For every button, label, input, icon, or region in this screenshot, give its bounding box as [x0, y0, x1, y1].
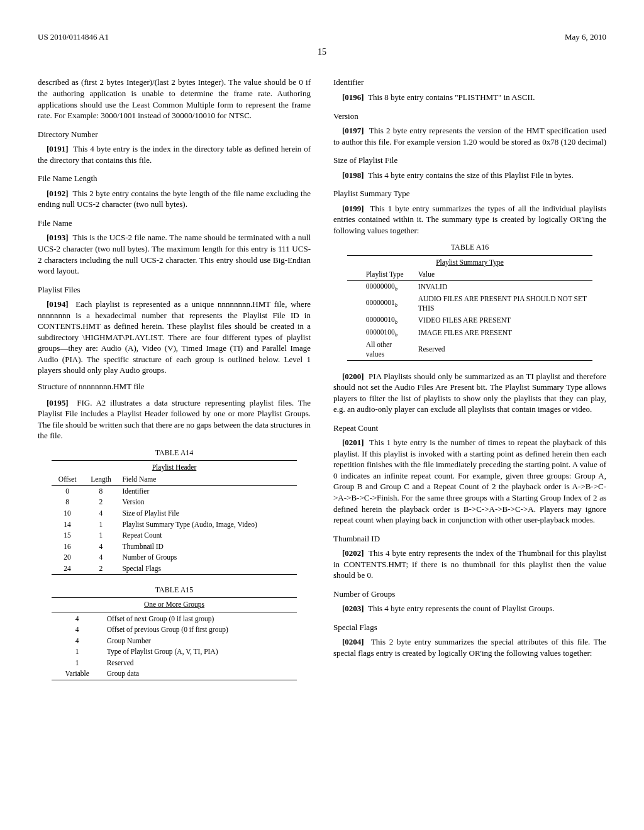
heading-identifier: Identifier [333, 77, 606, 88]
heading-file-name: File Name [38, 218, 311, 229]
table-a15-label: TABLE A15 [38, 585, 311, 595]
table-row: 1Reserved [52, 658, 297, 669]
cell: 16 [52, 541, 84, 553]
para-num-0193: [0193] [47, 233, 69, 242]
paragraph-0201: [0201] This 1 byte entry is the number o… [333, 437, 606, 525]
table-a15-body: 4Offset of next Group (0 if last group)4… [52, 614, 297, 680]
table-a14-label: TABLE A14 [38, 448, 311, 458]
heading-thumbnail-id: Thumbnail ID [333, 533, 606, 545]
cell: 0 [52, 485, 84, 497]
cell: 8 [84, 485, 119, 497]
para-text-0198: This 4 byte entry contains the size of t… [368, 170, 574, 180]
para-text-0200: PIA Playlists should only be summarized … [333, 372, 606, 414]
paragraph-0203: [0203] This 4 byte entry represents the … [333, 603, 606, 614]
heading-playlist-summary-type: Playlist Summary Type [333, 188, 606, 199]
publication-date: May 6, 2010 [565, 31, 606, 43]
cell: Size of Playlist File [118, 508, 297, 519]
para-text-0195: FIG. A2 illustrates a data structure rep… [38, 398, 311, 441]
cell: 1 [84, 519, 119, 531]
para-num-0201: [0201] [342, 438, 364, 447]
table-row: 164Thumbnail ID [52, 541, 297, 553]
paragraph-0204: [0204] This 2 byte entry summarizes the … [333, 636, 606, 658]
table-row: 104Size of Playlist File [52, 508, 297, 519]
intro-paragraph: described as (first 2 bytes Integer)/(la… [38, 77, 311, 121]
publication-number: US 2010/0114846 A1 [38, 31, 109, 43]
para-text-0204: This 2 byte entry summarizes the special… [333, 637, 606, 658]
cell: Identifier [118, 485, 297, 497]
cell: Reserved [103, 658, 297, 669]
cell: 00000010b [347, 314, 414, 327]
body-columns: described as (first 2 bytes Integer)/(la… [38, 77, 606, 690]
cell: Repeat Count [118, 530, 297, 541]
cell: Offset of previous Group (0 if first gro… [103, 624, 297, 636]
paragraph-0193: [0193] This is the UCS-2 file name. The … [38, 232, 311, 276]
para-text-0202: This 4 byte entry represents the index o… [333, 548, 606, 580]
cell: Playlist Summary Type (Audio, Image, Vid… [118, 519, 297, 531]
para-text-0193: This is the UCS-2 file name. The name sh… [38, 233, 311, 275]
cell: 00000001b [347, 294, 414, 314]
cell: 4 [84, 552, 119, 563]
heading-playlist-files: Playlist Files [38, 284, 311, 296]
table-row: 1Type of Playlist Group (A, V, TI, PIA) [52, 646, 297, 658]
table-row: 00000100bIMAGE FILES ARE PRESENT [347, 327, 593, 340]
paragraph-0198: [0198] This 4 byte entry contains the si… [333, 170, 606, 181]
table-row: 4Offset of next Group (0 if last group) [52, 614, 297, 625]
cell: Thumbnail ID [118, 541, 297, 553]
para-text-0194: Each playlist is represented as a unique… [38, 299, 311, 375]
cell: Reserved [414, 340, 592, 361]
paragraph-0192: [0192] This 2 byte entry contains the by… [38, 188, 311, 210]
heading-number-of-groups: Number of Groups [333, 589, 606, 600]
table-row: 00000001bAUDIO FILES ARE PRESENT PIA SHO… [347, 294, 593, 314]
table-a14-h3: Field Name [118, 474, 297, 485]
cell: AUDIO FILES ARE PRESENT PIA SHOULD NOT S… [414, 294, 592, 314]
para-num-0195: [0195] [47, 398, 69, 407]
paragraph-0200: [0200] PIA Playlists should only be summ… [333, 371, 606, 415]
cell: 2 [84, 563, 119, 575]
heading-file-name-length: File Name Length [38, 173, 311, 184]
cell: 1 [52, 646, 103, 658]
paragraph-0196: [0196] This 8 byte entry contains "PLIST… [333, 92, 606, 103]
cell: 4 [52, 636, 103, 647]
page-number: 15 [38, 47, 606, 58]
heading-repeat-count: Repeat Count [333, 423, 606, 434]
table-a16-label: TABLE A16 [333, 242, 606, 252]
table-a14-h2: Length [84, 474, 119, 485]
paragraph-0194: [0194] Each playlist is represented as a… [38, 299, 311, 376]
cell: Number of Groups [118, 552, 297, 563]
table-row: 151Repeat Count [52, 530, 297, 541]
cell: Variable [52, 668, 103, 680]
cell: 14 [52, 519, 84, 531]
table-row: 08Identifier [52, 485, 297, 497]
table-a16-h2: Value [414, 269, 592, 280]
para-num-0198: [0198] [342, 170, 364, 180]
table-a16: Playlist Summary Type Playlist Type Valu… [347, 255, 593, 362]
cell: 4 [84, 541, 119, 553]
paragraph-0199: [0199] This 1 byte entry summarizes the … [333, 203, 606, 236]
cell: All other values [347, 340, 414, 361]
para-num-0197: [0197] [342, 126, 364, 135]
heading-size-of-playlist-file: Size of Playlist File [333, 155, 606, 166]
table-a16-h1: Playlist Type [347, 269, 414, 280]
table-a14-body: 08Identifier82Version104Size of Playlist… [52, 485, 297, 574]
para-text-0199: This 1 byte entry summarizes the types o… [333, 204, 606, 235]
table-row: All other valuesReserved [347, 340, 593, 361]
cell: 00000100b [347, 327, 414, 340]
paragraph-0191: [0191] This 4 byte entry is the index in… [38, 143, 311, 165]
para-text-0191: This 4 byte entry is the index in the di… [38, 144, 311, 165]
para-text-0196: This 8 byte entry contains "PLISTHMT" in… [368, 92, 535, 102]
cell: 1 [84, 530, 119, 541]
cell: IMAGE FILES ARE PRESENT [414, 327, 592, 340]
cell: Group data [103, 668, 297, 680]
table-a14: Playlist Header Offset Length Field Name… [52, 460, 297, 576]
table-row: VariableGroup data [52, 668, 297, 680]
cell: 4 [52, 624, 103, 636]
para-num-0200: [0200] [342, 372, 364, 381]
table-a15: One or More Groups 4Offset of next Group… [52, 597, 297, 682]
table-row: 82Version [52, 497, 297, 508]
cell: Special Flags [118, 563, 297, 575]
cell: 15 [52, 530, 84, 541]
cell: Group Number [103, 636, 297, 647]
cell: VIDEO FILES ARE PRESENT [414, 314, 592, 327]
cell: 00000000b [347, 280, 414, 293]
para-num-0199: [0199] [342, 204, 364, 213]
